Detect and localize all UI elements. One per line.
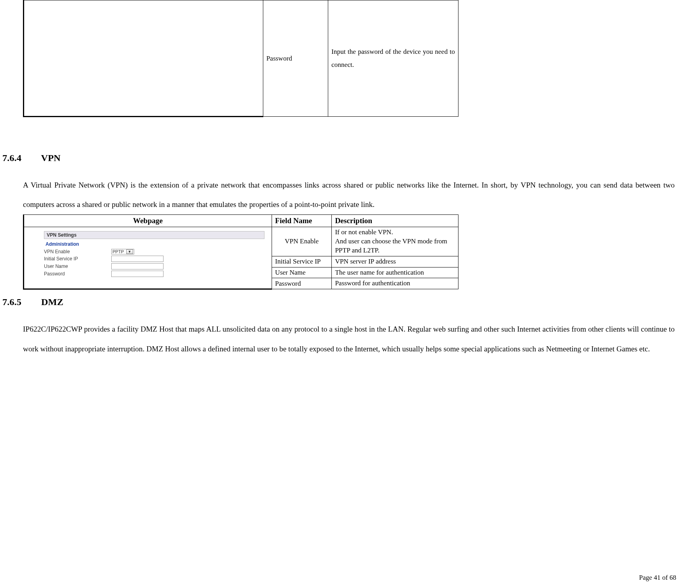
table-field: User Name — [272, 267, 331, 278]
admin-row-vpn-enable: VPN Enable PPTP ▼ — [44, 249, 264, 254]
admin-row-password: Password — [44, 271, 264, 277]
top-webpage-cell — [24, 0, 263, 117]
section-number: 7.6.4 — [2, 153, 39, 163]
initial-service-ip-input[interactable] — [111, 256, 164, 262]
admin-label-password: Password — [44, 271, 111, 277]
password-input[interactable] — [111, 271, 164, 277]
top-description-cell: Input the password of the device you nee… — [328, 0, 458, 117]
admin-section-title: Administration — [44, 241, 264, 248]
section-number: 7.6.5 — [2, 297, 39, 307]
header-webpage: Webpage — [24, 214, 272, 227]
admin-row-user-name: User Name — [44, 263, 264, 269]
admin-label-initial-ip: Initial Service IP — [44, 256, 111, 262]
admin-label-vpn-enable: VPN Enable — [44, 249, 111, 254]
table-description: The user name for authentication — [332, 267, 458, 278]
table-field: Password — [272, 278, 331, 289]
page-footer: Page 41 of 68 — [639, 574, 676, 582]
dmz-paragraph: IP622C/IP622CWP provides a facility DMZ … — [23, 319, 675, 358]
header-description: Description — [332, 214, 458, 227]
vpn-webpage-cell: VPN Settings Administration VPN Enable P… — [24, 227, 272, 289]
section-title: VPN — [41, 153, 61, 163]
chevron-down-icon: ▼ — [126, 249, 133, 254]
vpn-enable-select-value: PPTP — [112, 249, 124, 254]
section-title: DMZ — [41, 297, 63, 307]
section-heading-vpn: 7.6.4 VPN — [2, 153, 684, 163]
user-name-input[interactable] — [111, 263, 164, 269]
admin-panel-title: VPN Settings — [44, 231, 264, 239]
table-field: VPN Enable — [272, 227, 331, 256]
top-continuation-table: Password Input the password of the devic… — [23, 0, 458, 117]
header-field: Field Name — [272, 214, 331, 227]
vpn-table: Webpage Field Name Description VPN Setti… — [23, 214, 458, 290]
section-heading-dmz: 7.6.5 DMZ — [2, 297, 684, 307]
admin-row-initial-ip: Initial Service IP — [44, 256, 264, 262]
table-field: Initial Service IP — [272, 256, 331, 267]
admin-label-user-name: User Name — [44, 264, 111, 269]
vpn-admin-panel: VPN Settings Administration VPN Enable P… — [24, 227, 272, 282]
table-description: VPN server IP address — [332, 256, 458, 267]
vpn-paragraph: A Virtual Private Network (VPN) is the e… — [23, 175, 675, 214]
table-description: Password for authentication — [332, 278, 458, 289]
top-field-cell: Password — [263, 0, 328, 117]
table-description: If or not enable VPN.And user can choose… — [332, 227, 458, 256]
vpn-enable-select[interactable]: PPTP ▼ — [111, 249, 134, 254]
